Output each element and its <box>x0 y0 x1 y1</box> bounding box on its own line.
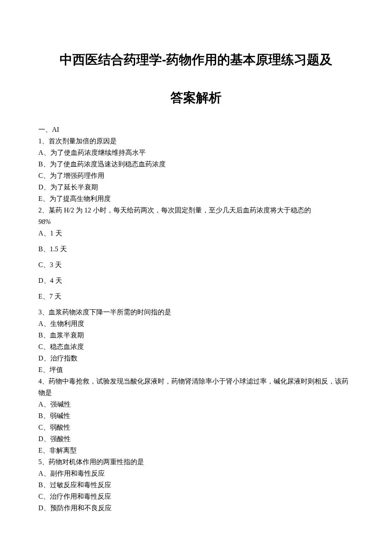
question-5-option-d: D、预防作用和不良反应 <box>38 502 354 514</box>
question-3-number: 3 <box>38 308 42 316</box>
question-5-option-c: C、治疗作用和毒性反应 <box>38 491 354 502</box>
question-5-text: 药物对机体作用的两重性指的是 <box>49 458 144 465</box>
question-3-text: 血浆药物浓度下降一半所需的时间指的是 <box>49 308 171 316</box>
question-2-option-b: B、1.5 天 <box>38 243 354 255</box>
question-4-number: 4 <box>38 378 42 385</box>
question-4-option-d: D、强酸性 <box>38 433 354 445</box>
question-4-option-a: A、强碱性 <box>38 398 354 410</box>
question-2-number: 2 <box>38 206 42 214</box>
question-1-option-b: B、为了使血药浓度迅速达到稳态血药浓度 <box>38 158 354 170</box>
question-2-text-pre: 某药 H/2 为 12 小时，每天给药两次，每次固定剂量，至少几天后血药浓度将大… <box>49 206 311 214</box>
question-1-option-d: D、为了延长半衰期 <box>38 181 354 193</box>
question-2-option-d: D、4 天 <box>38 275 354 286</box>
question-1-number: 1 <box>38 137 42 145</box>
question-3-option-b: B、血浆半衰期 <box>38 329 354 341</box>
document-page: 中西医结合药理学-药物作用的基本原理练习题及 答案解析 一、AI 1、首次剂量加… <box>0 0 392 539</box>
question-4-text: 药物中毒抢救，试验发现当酸化尿液时，药物肾清除率小于肾小球滤过率，碱化尿液时则相… <box>38 378 349 396</box>
question-5-option-a: A、副作用和毒性反应 <box>38 468 354 479</box>
question-3-stem: 3、血浆药物浓度下降一半所需的时间指的是 <box>38 306 354 318</box>
question-5-option-b: B、过敏反应和毒性反应 <box>38 479 354 491</box>
question-1-option-a: A、为了使血药浓度继续维持高水平 <box>38 147 354 158</box>
question-2-stem-italic: 98% <box>38 216 354 227</box>
question-2-stem: 2、某药 H/2 为 12 小时，每天给药两次，每次固定剂量，至少几天后血药浓度… <box>38 204 354 216</box>
question-4-option-b: B、弱碱性 <box>38 410 354 421</box>
section-label: 一、AI <box>38 124 354 135</box>
question-2-option-e: E、7 天 <box>38 291 354 302</box>
title-line-2: 答案解析 <box>38 89 354 107</box>
question-1-option-e: E、为了提高生物利用度 <box>38 193 354 204</box>
question-4-option-e: E、非解离型 <box>38 445 354 456</box>
question-3-option-a: A、生物利用度 <box>38 318 354 329</box>
question-3-option-d: D、治疗指数 <box>38 352 354 364</box>
question-3-option-e: E、坪值 <box>38 364 354 375</box>
question-5-number: 5 <box>38 458 42 465</box>
question-2-option-c: C、3 天 <box>38 259 354 270</box>
question-1-stem: 1、首次剂量加倍的原因是 <box>38 135 354 147</box>
question-1-text: 首次剂量加倍的原因是 <box>49 137 117 145</box>
question-3-option-c: C、稳态血浓度 <box>38 341 354 352</box>
title-line-1: 中西医结合药理学-药物作用的基本原理练习题及 <box>38 51 354 69</box>
question-5-stem: 5、药物对机体作用的两重性指的是 <box>38 456 354 468</box>
question-2-option-a: A、1 天 <box>38 227 354 239</box>
question-2-percent: 98% <box>38 218 51 225</box>
question-4-stem: 4、药物中毒抢救，试验发现当酸化尿液时，药物肾清除率小于肾小球滤过率，碱化尿液时… <box>38 375 354 398</box>
question-1-option-c: C、为了增强药理作用 <box>38 170 354 181</box>
question-4-option-c: C、弱酸性 <box>38 421 354 433</box>
